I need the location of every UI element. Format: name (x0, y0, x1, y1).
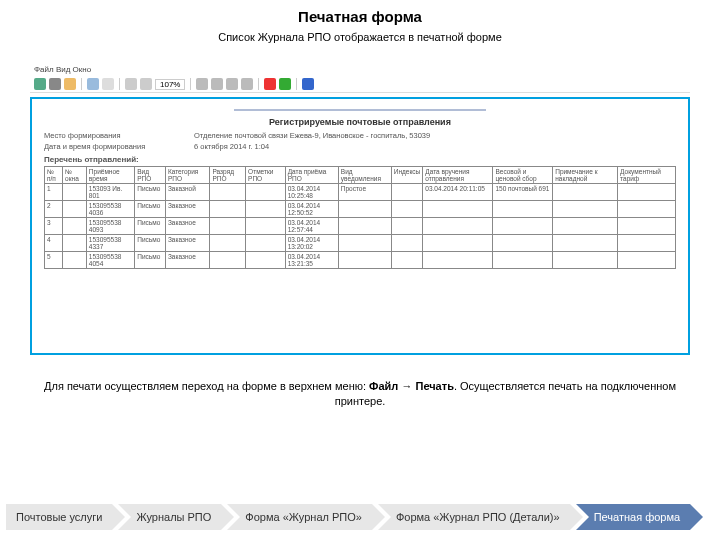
page-title: Печатная форма (0, 8, 720, 25)
settings-icon[interactable] (302, 78, 314, 90)
zoom-out-icon[interactable] (125, 78, 137, 90)
breadcrumb-item[interactable]: Форма «Журнал РПО (Детали)» (378, 504, 570, 530)
separator (296, 78, 297, 90)
nav-first-icon[interactable] (196, 78, 208, 90)
mail-icon[interactable] (64, 78, 76, 90)
table-row: 2153095538 4036ПисьмоЗаказное03.04.2014 … (45, 201, 676, 218)
breadcrumb-item[interactable]: Почтовые услуги (6, 504, 112, 530)
nav-last-icon[interactable] (241, 78, 253, 90)
column-header: Отметки РПО (246, 167, 286, 184)
refresh-icon[interactable] (279, 78, 291, 90)
zoom-level[interactable]: 107% (155, 79, 185, 90)
nav-next-icon[interactable] (226, 78, 238, 90)
meta-label: Дата и время формирования (44, 142, 174, 151)
column-header: № п/п (45, 167, 63, 184)
table-row: 3153095538 4093ПисьмоЗаказное03.04.2014 … (45, 218, 676, 235)
zoom-in-icon[interactable] (140, 78, 152, 90)
page-canvas: Регистрируемые почтовые отправления Мест… (30, 97, 690, 355)
instruction-text: Для печати осуществляем переход на форме… (30, 379, 690, 410)
separator (258, 78, 259, 90)
search-icon[interactable] (87, 78, 99, 90)
list-label: Перечень отправлений: (44, 155, 676, 164)
column-header: Вид уведомления (338, 167, 391, 184)
breadcrumb-item[interactable]: Печатная форма (576, 504, 690, 530)
column-header: Категория РПО (165, 167, 210, 184)
breadcrumb: Почтовые услугиЖурналы РПОФорма «Журнал … (0, 504, 720, 530)
column-header: Документный тариф (618, 167, 676, 184)
column-header: Весовой и ценовой сбор (493, 167, 553, 184)
app-menubar[interactable]: Файл Вид Окно (30, 63, 690, 76)
breadcrumb-item[interactable]: Форма «Журнал РПО» (227, 504, 372, 530)
column-header: Вид РПО (135, 167, 166, 184)
doc-title: Регистрируемые почтовые отправления (44, 117, 676, 127)
rpo-table: № п/п№ окнаПриёмное времяВид РПОКатегори… (44, 166, 676, 269)
subtitle: Список Журнала РПО отображается в печатн… (0, 31, 720, 43)
document-preview: Файл Вид Окно 107% Регистрируемые почтов… (30, 63, 690, 355)
meta-value: 6 октября 2014 г. 1:04 (194, 142, 269, 151)
column-header: Дата вручения отправления (423, 167, 493, 184)
color-icon[interactable] (264, 78, 276, 90)
separator (81, 78, 82, 90)
column-header: № окна (63, 167, 87, 184)
header-rule (234, 109, 487, 111)
table-row: 5153095538 4054ПисьмоЗаказное03.04.2014 … (45, 252, 676, 269)
separator (119, 78, 120, 90)
table-row: 1153093 Ив. 801ПисьмоЗаказной03.04.2014 … (45, 184, 676, 201)
column-header: Примечание к накладной (553, 167, 618, 184)
table-row: 4153095538 4337ПисьмоЗаказное03.04.2014 … (45, 235, 676, 252)
column-header: Приёмное время (86, 167, 134, 184)
column-header: Разряд РПО (210, 167, 246, 184)
column-header: Дата приёма РПО (285, 167, 338, 184)
separator (190, 78, 191, 90)
nav-prev-icon[interactable] (211, 78, 223, 90)
app-toolbar[interactable]: 107% (30, 76, 690, 93)
hand-icon[interactable] (102, 78, 114, 90)
meta-label: Место формирования (44, 131, 174, 140)
breadcrumb-item[interactable]: Журналы РПО (118, 504, 221, 530)
save-icon[interactable] (34, 78, 46, 90)
meta-value: Отделение почтовой связи Ежева-9, Иванов… (194, 131, 430, 140)
column-header: Индексы (391, 167, 423, 184)
print-icon[interactable] (49, 78, 61, 90)
